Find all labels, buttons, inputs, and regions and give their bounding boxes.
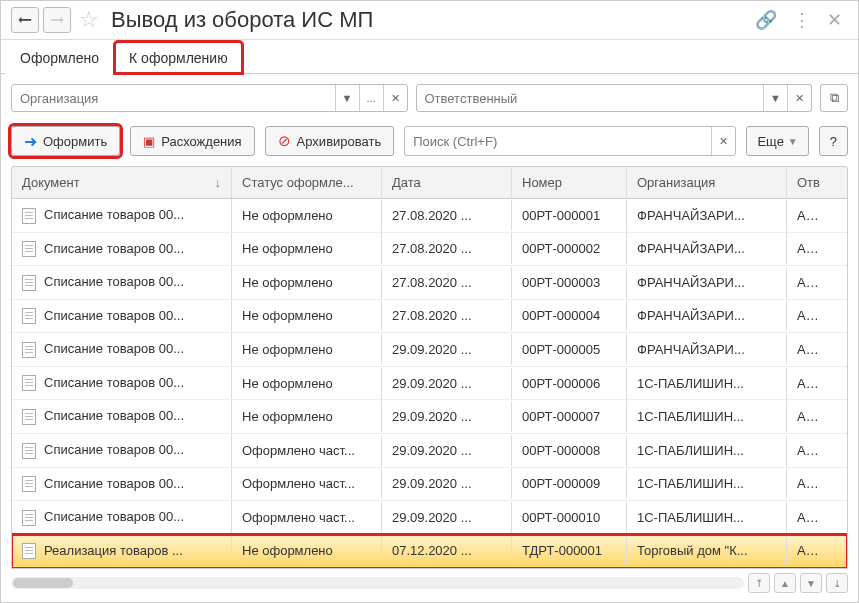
col-date[interactable]: Дата xyxy=(382,167,512,198)
cell-responsible: Адм xyxy=(787,468,832,499)
cell-responsible: Адм xyxy=(787,233,832,264)
scroll-top-button[interactable]: ⤒ xyxy=(748,573,770,593)
table-row[interactable]: Списание товаров 00...Оформлено част...2… xyxy=(12,468,847,502)
table-row[interactable]: Списание товаров 00...Не оформлено29.09.… xyxy=(12,333,847,367)
cell-responsible: Адм xyxy=(787,435,832,466)
cell-document: Списание товаров 00... xyxy=(12,199,232,232)
cell-status: Не оформлено xyxy=(232,368,382,399)
col-organization[interactable]: Организация xyxy=(627,167,787,198)
create-button[interactable]: ➜ Оформить xyxy=(11,126,120,156)
filter-organization[interactable]: ▼ ... ✕ xyxy=(11,84,408,112)
diff-button[interactable]: ▣ Расхождения xyxy=(130,126,254,156)
favorite-icon[interactable]: ☆ xyxy=(79,7,99,33)
cell-document: Реализация товаров ... xyxy=(12,535,232,568)
cell-status: Не оформлено xyxy=(232,334,382,365)
back-button[interactable]: 🠔 xyxy=(11,7,39,33)
org-dropdown-icon[interactable]: ▼ xyxy=(335,85,359,111)
archive-button[interactable]: ⊘ Архивировать xyxy=(265,126,395,156)
col-document[interactable]: Документ ↓ xyxy=(12,167,232,198)
org-clear-button[interactable]: ✕ xyxy=(383,85,407,111)
table-row[interactable]: Списание товаров 00...Не оформлено29.09.… xyxy=(12,400,847,434)
cell-organization: 1С-ПАБЛИШИН... xyxy=(627,502,787,533)
diff-label: Расхождения xyxy=(161,134,241,149)
table-row[interactable]: Реализация товаров ...Не оформлено07.12.… xyxy=(12,535,847,569)
chevron-down-icon: ▼ xyxy=(788,136,798,147)
resp-clear-button[interactable]: ✕ xyxy=(787,85,811,111)
horizontal-scrollbar[interactable] xyxy=(11,577,744,589)
table-row[interactable]: Списание товаров 00...Не оформлено27.08.… xyxy=(12,199,847,233)
menu-dots-icon[interactable]: ⋮ xyxy=(787,9,817,31)
tab-pending[interactable]: К оформлению xyxy=(114,41,243,74)
table-row[interactable]: Списание товаров 00...Не оформлено27.08.… xyxy=(12,233,847,267)
cell-organization: ФРАНЧАЙЗАРИ... xyxy=(627,334,787,365)
cell-date: 27.08.2020 ... xyxy=(382,300,512,331)
cell-date: 07.12.2020 ... xyxy=(382,535,512,566)
document-icon xyxy=(22,308,36,324)
cell-status: Не оформлено xyxy=(232,300,382,331)
search-box[interactable]: ✕ xyxy=(404,126,736,156)
table-row[interactable]: Списание товаров 00...Оформлено част...2… xyxy=(12,501,847,535)
link-icon[interactable]: 🔗 xyxy=(749,9,783,31)
cell-number: 00РТ-000004 xyxy=(512,300,627,331)
org-select-button[interactable]: ... xyxy=(359,85,383,111)
filter-responsible[interactable]: ▼ ✕ xyxy=(416,84,813,112)
cell-responsible: Адм xyxy=(787,368,832,399)
document-icon xyxy=(22,409,36,425)
cell-responsible: Адм xyxy=(787,300,832,331)
scroll-bottom-button[interactable]: ⤓ xyxy=(826,573,848,593)
archive-label: Архивировать xyxy=(297,134,382,149)
cell-date: 27.08.2020 ... xyxy=(382,200,512,231)
close-icon[interactable]: ✕ xyxy=(821,9,848,31)
search-input[interactable] xyxy=(405,134,711,149)
create-label: Оформить xyxy=(43,134,107,149)
col-responsible[interactable]: Отв xyxy=(787,167,832,198)
cell-organization: ФРАНЧАЙЗАРИ... xyxy=(627,200,787,231)
scrollbar-thumb[interactable] xyxy=(13,578,73,588)
table-row[interactable]: Списание товаров 00...Не оформлено29.09.… xyxy=(12,367,847,401)
forward-button[interactable]: 🠖 xyxy=(43,7,71,33)
cell-number: 00РТ-000010 xyxy=(512,502,627,533)
cell-date: 29.09.2020 ... xyxy=(382,435,512,466)
help-button[interactable]: ? xyxy=(819,126,848,156)
table-row[interactable]: Списание товаров 00...Оформлено част...2… xyxy=(12,434,847,468)
resp-input[interactable] xyxy=(417,91,764,106)
document-icon xyxy=(22,208,36,224)
table-row[interactable]: Списание товаров 00...Не оформлено27.08.… xyxy=(12,300,847,334)
cell-date: 29.09.2020 ... xyxy=(382,468,512,499)
more-button[interactable]: Еще ▼ xyxy=(746,126,808,156)
cell-document: Списание товаров 00... xyxy=(12,400,232,433)
cell-number: ТДРТ-000001 xyxy=(512,535,627,566)
expand-button[interactable]: ⧉ xyxy=(820,84,848,112)
table-body: Списание товаров 00...Не оформлено27.08.… xyxy=(11,199,848,569)
cell-responsible: Адм xyxy=(787,200,832,231)
cell-document: Списание товаров 00... xyxy=(12,468,232,501)
org-input[interactable] xyxy=(12,91,335,106)
sort-icon: ↓ xyxy=(215,175,222,190)
cell-organization: ФРАНЧАЙЗАРИ... xyxy=(627,300,787,331)
document-icon xyxy=(22,443,36,459)
scroll-down-button[interactable]: ▼ xyxy=(800,573,822,593)
cell-date: 29.09.2020 ... xyxy=(382,368,512,399)
table-row[interactable]: Списание товаров 00...Не оформлено27.08.… xyxy=(12,266,847,300)
cell-status: Не оформлено xyxy=(232,535,382,566)
cell-organization: ФРАНЧАЙЗАРИ... xyxy=(627,267,787,298)
search-clear-button[interactable]: ✕ xyxy=(711,127,735,155)
cell-organization: 1С-ПАБЛИШИН... xyxy=(627,435,787,466)
cell-organization: 1С-ПАБЛИШИН... xyxy=(627,368,787,399)
resp-dropdown-icon[interactable]: ▼ xyxy=(763,85,787,111)
col-status[interactable]: Статус оформле... xyxy=(232,167,382,198)
cell-document: Списание товаров 00... xyxy=(12,300,232,333)
col-number[interactable]: Номер xyxy=(512,167,627,198)
cell-date: 27.08.2020 ... xyxy=(382,267,512,298)
tab-done[interactable]: Оформлено xyxy=(5,41,114,74)
cell-document: Списание товаров 00... xyxy=(12,367,232,400)
cell-document: Списание товаров 00... xyxy=(12,333,232,366)
chart-icon: ▣ xyxy=(143,134,155,149)
document-icon xyxy=(22,375,36,391)
document-icon xyxy=(22,342,36,358)
scroll-up-button[interactable]: ▲ xyxy=(774,573,796,593)
document-icon xyxy=(22,510,36,526)
cell-responsible: Адм xyxy=(787,267,832,298)
cell-organization: Торговый дом "К... xyxy=(627,535,787,566)
cell-status: Не оформлено xyxy=(232,267,382,298)
